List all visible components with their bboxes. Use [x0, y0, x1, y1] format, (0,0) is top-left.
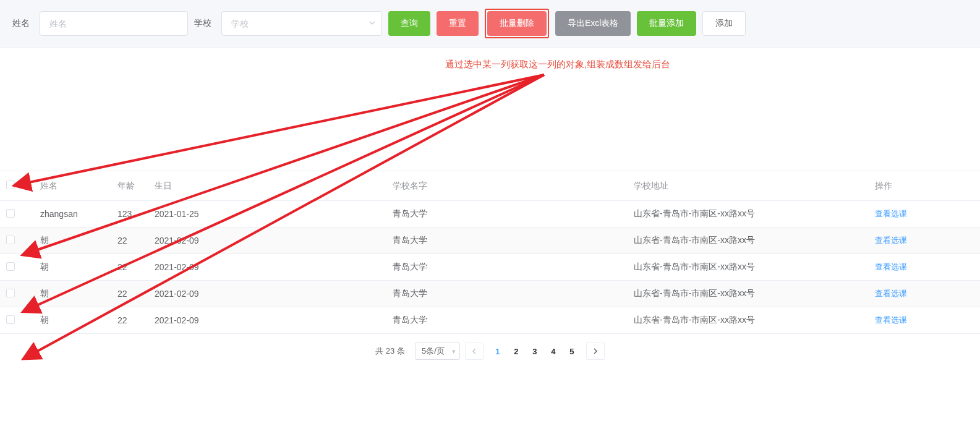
cell-name: zhangsan [34, 201, 111, 228]
annotation-area: 通过选中某一列获取这一列的对象,组装成数组发给后台 [0, 47, 980, 171]
cell-birthday: 2021-01-25 [148, 201, 386, 228]
cell-school: 青岛大学 [386, 307, 628, 334]
next-page-button[interactable] [586, 343, 605, 360]
cell-birthday: 2021-02-09 [148, 307, 386, 334]
row-checkbox[interactable] [6, 289, 15, 297]
cell-age: 22 [111, 254, 148, 281]
view-course-link[interactable]: 查看选课 [875, 289, 907, 298]
view-course-link[interactable]: 查看选课 [875, 315, 907, 325]
table-row: 朝222021-02-09青岛大学山东省-青岛市-市南区-xx路xx号查看选课 [0, 254, 980, 281]
batch-delete-button[interactable]: 批量删除 [487, 11, 547, 36]
cell-addr: 山东省-青岛市-市南区-xx路xx号 [628, 254, 869, 281]
chevron-down-icon: ▾ [452, 347, 456, 355]
row-checkbox[interactable] [6, 236, 15, 244]
view-course-link[interactable]: 查看选课 [875, 236, 907, 245]
row-checkbox[interactable] [6, 209, 15, 218]
page-number-1[interactable]: 1 [488, 343, 507, 360]
row-checkbox[interactable] [6, 315, 15, 324]
col-header-addr: 学校地址 [628, 171, 869, 201]
cell-addr: 山东省-青岛市-市南区-xx路xx号 [628, 228, 869, 254]
cell-addr: 山东省-青岛市-市南区-xx路xx号 [628, 201, 869, 228]
export-excel-button[interactable]: 导出Excl表格 [555, 11, 631, 36]
cell-birthday: 2021-02-09 [148, 254, 386, 281]
annotation-text: 通过选中某一列获取这一列的对象,组装成数组发给后台 [445, 59, 670, 70]
page-number-5[interactable]: 5 [563, 343, 581, 360]
table-row: zhangsan1232021-01-25青岛大学山东省-青岛市-市南区-xx路… [0, 201, 980, 228]
page-number-4[interactable]: 4 [544, 343, 563, 360]
filter-toolbar: 姓名 学校 查询 重置 批量删除 导出Excl表格 批量添加 添加 [0, 0, 980, 47]
table-header-row: 姓名 年龄 生日 学校名字 学校地址 操作 [0, 171, 980, 201]
school-select[interactable] [221, 11, 382, 36]
name-label: 姓名 [12, 18, 30, 29]
data-table: 姓名 年龄 生日 学校名字 学校地址 操作 zhangsan1232021-01… [0, 171, 980, 334]
cell-addr: 山东省-青岛市-市南区-xx路xx号 [628, 307, 869, 334]
col-header-birthday: 生日 [148, 171, 386, 201]
select-all-checkbox[interactable] [6, 181, 15, 189]
cell-school: 青岛大学 [386, 201, 628, 228]
pagination: 共 23 条 5条/页 ▾ 12345 [0, 334, 980, 366]
reset-button[interactable]: 重置 [437, 11, 479, 36]
batch-add-button[interactable]: 批量添加 [637, 11, 696, 36]
cell-addr: 山东省-青岛市-市南区-xx路xx号 [628, 281, 869, 307]
name-input[interactable] [40, 11, 188, 36]
highlight-box: 批量删除 [485, 9, 549, 38]
cell-name: 朝 [34, 281, 111, 307]
page-number-2[interactable]: 2 [507, 343, 526, 360]
col-header-age: 年龄 [111, 171, 148, 201]
cell-school: 青岛大学 [386, 254, 628, 281]
cell-age: 123 [111, 201, 148, 228]
table-row: 朝222021-02-09青岛大学山东省-青岛市-市南区-xx路xx号查看选课 [0, 228, 980, 254]
cell-name: 朝 [34, 254, 111, 281]
cell-age: 22 [111, 281, 148, 307]
col-header-name: 姓名 [34, 171, 111, 201]
col-header-school: 学校名字 [386, 171, 628, 201]
table-row: 朝222021-02-09青岛大学山东省-青岛市-市南区-xx路xx号查看选课 [0, 281, 980, 307]
cell-school: 青岛大学 [386, 281, 628, 307]
school-label: 学校 [194, 18, 211, 29]
col-header-operate: 操作 [869, 171, 980, 201]
view-course-link[interactable]: 查看选课 [875, 209, 907, 218]
prev-page-button[interactable] [465, 343, 484, 360]
page-size-label: 5条/页 [422, 346, 445, 357]
page-number-3[interactable]: 3 [526, 343, 544, 360]
cell-birthday: 2021-02-09 [148, 228, 386, 254]
pagination-total: 共 23 条 [375, 346, 405, 357]
page-size-select[interactable]: 5条/页 ▾ [415, 343, 460, 360]
cell-age: 22 [111, 307, 148, 334]
query-button[interactable]: 查询 [388, 11, 430, 36]
row-checkbox[interactable] [6, 262, 15, 271]
add-button[interactable]: 添加 [702, 11, 746, 36]
cell-name: 朝 [34, 228, 111, 254]
cell-birthday: 2021-02-09 [148, 281, 386, 307]
view-course-link[interactable]: 查看选课 [875, 262, 907, 271]
cell-age: 22 [111, 228, 148, 254]
cell-school: 青岛大学 [386, 228, 628, 254]
table-row: 朝222021-02-09青岛大学山东省-青岛市-市南区-xx路xx号查看选课 [0, 307, 980, 334]
cell-name: 朝 [34, 307, 111, 334]
